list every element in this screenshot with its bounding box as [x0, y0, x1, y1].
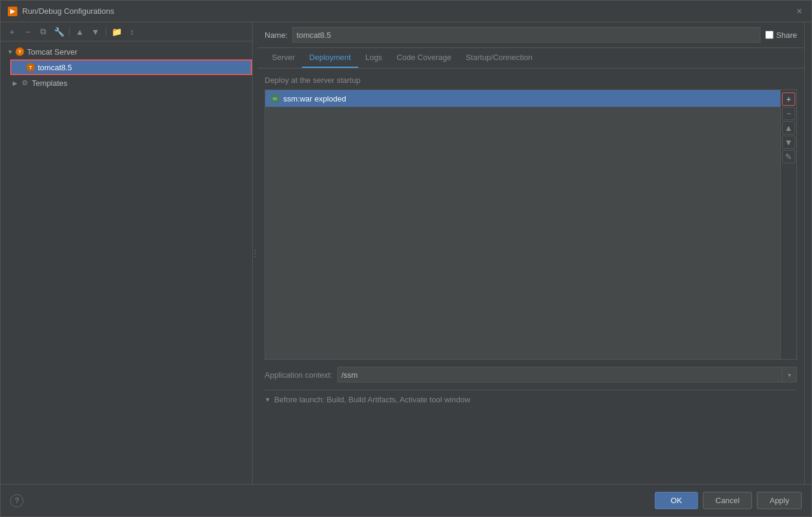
deployment-item-label: ssm:war exploded [283, 94, 346, 103]
templates-group: ▶ ⚙ Templates [1, 75, 252, 91]
remove-config-button[interactable]: − [21, 25, 34, 38]
resize-dots [254, 250, 256, 257]
templates-icon: ⚙ [20, 78, 29, 88]
share-checkbox[interactable] [765, 31, 774, 39]
right-scrollbar[interactable] [804, 22, 811, 484]
tomcat8-item[interactable]: T tomcat8.5 [10, 59, 252, 75]
folder-button[interactable]: 📁 [110, 25, 123, 38]
name-input[interactable] [292, 27, 760, 43]
add-artifact-button[interactable]: + [782, 92, 795, 106]
tomcat-group-icon: T [15, 47, 25, 56]
config-tree: ▼ T Tomcat Server T tomcat8 [1, 41, 252, 484]
name-label: Name: [265, 31, 287, 40]
expand-chevron: ▼ [5, 47, 15, 56]
war-icon: W [270, 94, 280, 103]
ok-button[interactable]: OK [655, 492, 698, 509]
add-config-button[interactable]: + [5, 25, 19, 38]
apply-button[interactable]: Apply [757, 492, 802, 509]
deployment-list: W ssm:war exploded [265, 89, 780, 360]
deploy-section-label: Deploy at the server startup [265, 76, 797, 85]
close-button[interactable]: × [795, 7, 804, 16]
before-launch-header[interactable]: ▼ Before launch: Build, Build Artifacts,… [265, 395, 797, 404]
app-context-dropdown[interactable]: ▾ [782, 367, 796, 382]
wrench-button[interactable]: 🔧 [52, 25, 65, 38]
tab-startup-connection[interactable]: Startup/Connection [459, 47, 540, 68]
templates-group-item[interactable]: ▶ ⚙ Templates [5, 75, 252, 91]
app-context-label: Application context: [265, 370, 332, 379]
dialog-title: Run/Debug Configurations [22, 7, 114, 16]
templates-label: Templates [32, 79, 67, 88]
tomcat8-label: tomcat8.5 [38, 63, 72, 72]
edit-artifact-button[interactable]: ✎ [782, 150, 795, 163]
tomcat-server-label: Tomcat Server [27, 47, 77, 56]
deployment-container: W ssm:war exploded + − ▲ ▼ ✎ [265, 89, 797, 360]
tab-server[interactable]: Server [265, 47, 302, 68]
bottom-bar: ? OK Cancel Apply [1, 484, 811, 516]
move-down-button[interactable]: ▼ [89, 25, 102, 38]
remove-artifact-button[interactable]: − [782, 107, 795, 120]
cancel-button[interactable]: Cancel [703, 492, 752, 509]
deployment-sidebar: + − ▲ ▼ ✎ [780, 89, 797, 360]
before-launch-chevron: ▼ [265, 396, 271, 403]
app-context-input-wrap: ▾ [337, 367, 797, 382]
resize-handle[interactable] [253, 22, 257, 484]
tomcat-server-group-item[interactable]: ▼ T Tomcat Server [1, 44, 252, 59]
left-toolbar: + − ⧉ 🔧 ▲ ▼ 📁 ↕ [1, 22, 252, 41]
app-icon: ▶ [8, 7, 17, 16]
help-button[interactable]: ? [10, 494, 23, 507]
toolbar-separator-1 [69, 27, 70, 37]
copy-config-button[interactable]: ⧉ [37, 25, 50, 38]
title-bar: ▶ Run/Debug Configurations × [1, 1, 811, 22]
move-artifact-up-button[interactable]: ▲ [782, 121, 795, 135]
share-area: Share [765, 31, 797, 40]
tomcat-instance-icon: T [26, 62, 35, 72]
move-artifact-down-button[interactable]: ▼ [782, 136, 795, 149]
app-context-input[interactable] [338, 369, 782, 381]
deployment-item-ssm[interactable]: W ssm:war exploded [265, 90, 780, 107]
dialog-buttons: OK Cancel Apply [655, 492, 802, 509]
tab-logs[interactable]: Logs [358, 47, 389, 68]
tab-code-coverage[interactable]: Code Coverage [389, 47, 459, 68]
tabs-bar: Server Deployment Logs Code Coverage Sta… [257, 48, 804, 68]
app-context-row: Application context: ▾ [265, 367, 797, 390]
sort-button[interactable]: ↕ [125, 25, 139, 38]
move-up-button[interactable]: ▲ [73, 25, 86, 38]
before-launch-label: Before launch: Build, Build Artifacts, A… [274, 395, 471, 404]
deployment-tab-content: Deploy at the server startup W ssm:war e… [257, 68, 804, 484]
toolbar-separator-2 [106, 27, 106, 37]
templates-chevron: ▶ [10, 78, 20, 88]
tomcat-server-group: ▼ T Tomcat Server T tomcat8 [1, 44, 252, 75]
before-launch-section: ▼ Before launch: Build, Build Artifacts,… [265, 390, 797, 404]
share-label: Share [776, 31, 797, 40]
leaf-spacer [16, 62, 26, 72]
tab-deployment[interactable]: Deployment [302, 47, 358, 68]
name-row: Name: Share [257, 22, 804, 48]
